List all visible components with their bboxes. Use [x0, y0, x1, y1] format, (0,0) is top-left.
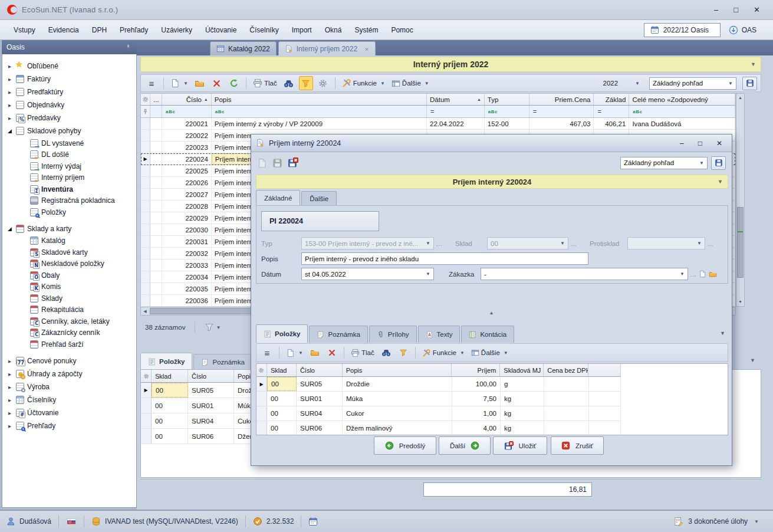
open-button[interactable]: [193, 76, 207, 90]
tree-expander-icon[interactable]: [6, 74, 13, 84]
scroll-up-icon[interactable]: ▲: [736, 94, 744, 102]
grid-settings-cell[interactable]: [141, 94, 150, 105]
tree-expander-icon[interactable]: [6, 408, 13, 418]
menu-item[interactable]: Okná: [320, 24, 347, 37]
table-row[interactable]: ▶ 00 SUR04 Cukor 1,00 kg: [256, 406, 621, 421]
menu-item[interactable]: Systém: [349, 24, 383, 37]
tree-item[interactable]: Faktúry: [2, 73, 136, 86]
tree-expander-icon[interactable]: [6, 100, 13, 110]
column-header-priemcena[interactable]: Priem.Cena: [529, 94, 594, 105]
menu-item[interactable]: Uzávierky: [156, 24, 198, 37]
dialog-lower-tab[interactable]: Položky: [256, 324, 308, 343]
tree-item[interactable]: Prehľad šarží: [2, 339, 136, 350]
search-button[interactable]: [379, 346, 393, 360]
tree-item[interactable]: Prehľady: [2, 419, 136, 432]
oas-button[interactable]: OAS: [729, 25, 756, 35]
tree-item[interactable]: Sklady: [2, 293, 136, 304]
menu-item[interactable]: DPH: [87, 24, 112, 37]
dialog-lower-tab[interactable]: Poznámka: [309, 326, 367, 343]
print-button[interactable]: Tlač: [349, 346, 376, 360]
folder-icon[interactable]: [709, 270, 717, 278]
tree-expander-icon[interactable]: [6, 61, 13, 71]
delete-button[interactable]: [325, 346, 339, 360]
tree-item[interactable]: Σ Inventúra: [2, 183, 136, 195]
tree-item[interactable]: O Obaly: [2, 270, 136, 281]
popis-input[interactable]: Príjem interný - prevod z iného skladu: [301, 252, 588, 265]
sklad-select[interactable]: 00▼: [487, 237, 568, 249]
tree-expander-icon[interactable]: [6, 382, 13, 392]
settings-button[interactable]: [316, 76, 330, 90]
new-document-icon[interactable]: [699, 270, 706, 278]
tree-expander-icon[interactable]: [6, 87, 13, 97]
cancel-button[interactable]: Zrušiť: [551, 436, 604, 455]
tree-item[interactable]: Úhrady a zápočty: [2, 367, 136, 380]
tree-item[interactable]: Výroba: [2, 380, 136, 393]
tab-interny-prijem[interactable]: Interný príjem 2022: [278, 41, 376, 55]
filter-cell[interactable]: [150, 106, 162, 117]
filter-cell-typ[interactable]: aBc: [485, 106, 529, 117]
tree-item[interactable]: ← DL došlé: [2, 149, 136, 161]
functions-button[interactable]: Funkcie▼: [420, 346, 466, 360]
menu-item[interactable]: Vstupy: [8, 24, 41, 37]
dialog-lower-tab[interactable]: Texty: [418, 326, 460, 343]
minimize-button[interactable]: –: [714, 0, 718, 20]
filter-cell-popis[interactable]: aBc: [212, 106, 427, 117]
tab-zakladne[interactable]: Základné: [256, 190, 300, 206]
menu-toggle-icon[interactable]: ≡: [144, 76, 159, 90]
tree-item[interactable]: C Zákaznícky cenník: [2, 327, 136, 339]
table-row[interactable]: ▶ 00 SUR01 Múka 7,50 kg: [256, 392, 621, 406]
protisklad-select[interactable]: ▼: [627, 237, 705, 249]
tree-item[interactable]: Registračná pokladnica: [2, 195, 136, 207]
tree-item[interactable]: Položky: [2, 206, 136, 218]
column-header-prijem[interactable]: Príjem: [452, 364, 500, 376]
previous-button[interactable]: Predošlý: [374, 436, 436, 455]
tree-expander-icon[interactable]: [6, 224, 13, 234]
tree-item[interactable]: N Neskladové položky: [2, 258, 136, 270]
search-button[interactable]: [282, 76, 296, 90]
menu-item[interactable]: Evidencia: [43, 24, 84, 37]
tree-item[interactable]: S Skladové karty: [2, 247, 136, 258]
grid-settings-cell[interactable]: [141, 370, 152, 382]
tab-close-icon[interactable]: [364, 45, 369, 53]
filter-pin-cell[interactable]: [141, 106, 150, 117]
tree-item[interactable]: K Komis: [2, 281, 136, 293]
column-header-sklad[interactable]: Sklad: [152, 370, 188, 382]
refresh-button[interactable]: [227, 76, 241, 90]
tree-expander-icon[interactable]: [6, 369, 13, 379]
tree-item[interactable]: Sklady a karty: [2, 222, 136, 235]
close-button[interactable]: ✕: [754, 0, 760, 20]
chevron-down-icon[interactable]: ▼: [720, 330, 725, 336]
save-icon[interactable]: [272, 158, 282, 168]
period-selector[interactable]: 2022/12 Oasis: [644, 23, 721, 37]
column-header-popis[interactable]: Popis: [212, 94, 427, 105]
filter-cell-priemcena[interactable]: =: [529, 106, 594, 117]
filter-button[interactable]: [299, 76, 313, 90]
typ-select[interactable]: 153-00 Príjem interný - prevod z iné...▼: [301, 237, 434, 249]
table-row[interactable]: ▶ 00 SUR06 Džem malinový 4,00 kg: [256, 421, 621, 435]
table-row[interactable]: ▶ 220021 Príjem interný z výroby / VP 22…: [141, 118, 735, 130]
open-button[interactable]: [308, 346, 322, 360]
menu-item[interactable]: Účtovanie: [200, 24, 242, 37]
column-header-cislo[interactable]: Číslo: [188, 370, 234, 382]
column-header-cena[interactable]: Cena bez DPH: [544, 364, 588, 376]
tree-expander-icon[interactable]: [6, 126, 13, 136]
delete-button[interactable]: [210, 76, 224, 90]
column-header-mj[interactable]: Skladová MJ: [500, 364, 544, 376]
tree-expander-icon[interactable]: [6, 421, 13, 431]
menu-item[interactable]: Prehľady: [114, 24, 153, 37]
new-record-button[interactable]: ▼: [169, 76, 190, 90]
save-view-button[interactable]: [742, 77, 757, 90]
column-header-popis[interactable]: Popis: [343, 364, 452, 376]
tree-item[interactable]: # Účtovanie: [2, 406, 136, 419]
filter-button[interactable]: [396, 346, 410, 360]
new-document-icon[interactable]: [257, 158, 267, 168]
view-selector[interactable]: Základný pohľad▼: [649, 77, 736, 90]
scroll-left-icon[interactable]: ◀: [141, 307, 149, 315]
grid-dots-cell[interactable]: ...: [150, 94, 162, 105]
dialog-minimize-button[interactable]: –: [680, 139, 684, 147]
tree-item[interactable]: C Cenníky, akcie, letáky: [2, 316, 136, 327]
tree-item[interactable]: Skladové pohyby: [2, 124, 136, 137]
table-row[interactable]: ▶ 00 SUR05 Droždie 100,00 g: [256, 377, 621, 392]
dialog-lower-tab[interactable]: Kontácia: [461, 326, 514, 343]
column-header-sklad[interactable]: Sklad: [267, 364, 297, 376]
